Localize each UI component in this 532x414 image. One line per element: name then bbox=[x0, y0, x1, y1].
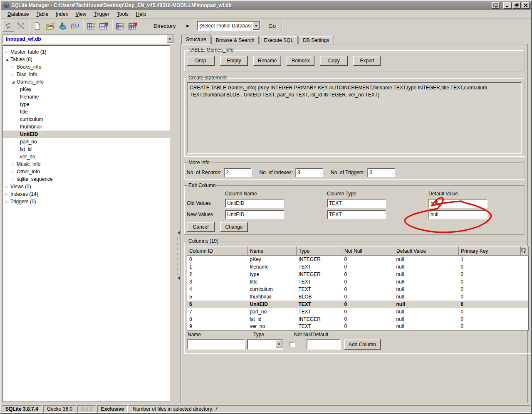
tree-item-master-table-1[interactable]: ▷Master Table (1) bbox=[3, 48, 170, 56]
tree-item-title[interactable]: title bbox=[3, 108, 170, 116]
tab-structure[interactable]: Structure bbox=[181, 34, 211, 44]
export-button[interactable]: Export bbox=[353, 56, 381, 66]
columns-table-row-ver_no[interactable]: 9ver_noTEXT0null0 bbox=[187, 323, 529, 330]
screen-button[interactable] bbox=[492, 2, 500, 9]
tree-item-thumbnail[interactable]: thumbnail bbox=[3, 123, 170, 131]
indexes-field[interactable]: 3 bbox=[295, 168, 323, 177]
column-picker-button[interactable] bbox=[521, 247, 529, 256]
old-column-name-field[interactable]: UnitEID bbox=[225, 199, 284, 208]
menu-index[interactable]: Index bbox=[52, 10, 71, 18]
menu-view[interactable]: View bbox=[72, 10, 89, 18]
create-table-button[interactable] bbox=[86, 20, 97, 32]
column-header-not-null[interactable]: Not Null bbox=[342, 247, 394, 256]
copy-button[interactable]: Copy bbox=[320, 56, 348, 66]
dropdown-arrow-icon[interactable]: ▼ bbox=[252, 22, 260, 30]
drop-view-button[interactable] bbox=[127, 20, 139, 32]
collapsed-twisty-icon[interactable]: ▷ bbox=[5, 185, 10, 189]
collapsed-twisty-icon[interactable]: ▷ bbox=[5, 192, 10, 196]
columns-table-row-type[interactable]: 2typeINTEGER0null0 bbox=[187, 271, 529, 278]
collapsed-twisty-icon[interactable]: ▷ bbox=[5, 50, 10, 54]
column-header-type[interactable]: Type bbox=[297, 247, 342, 256]
menu-help[interactable]: Help bbox=[133, 10, 150, 18]
add-type-select[interactable]: ▼ bbox=[247, 339, 283, 350]
new-database-button[interactable] bbox=[32, 20, 43, 32]
columns-table-row-title[interactable]: 3titleTEXT0null0 bbox=[187, 278, 529, 286]
menu-tools[interactable]: Tools bbox=[114, 10, 132, 18]
tree-item-filename[interactable]: filename bbox=[3, 93, 170, 101]
panel-splitter[interactable] bbox=[175, 33, 181, 404]
column-header-name[interactable]: Name bbox=[248, 247, 297, 256]
rename-button[interactable]: Rename bbox=[253, 56, 281, 66]
expanded-twisty-icon[interactable]: ◢ bbox=[5, 57, 10, 62]
dropdown-arrow-icon[interactable]: ▼ bbox=[166, 35, 173, 43]
old-column-type-field[interactable]: TEXT bbox=[327, 199, 386, 208]
column-header-default-value[interactable]: Default Value bbox=[394, 247, 459, 256]
add-notnull-checkbox[interactable] bbox=[290, 342, 295, 347]
expanded-twisty-icon[interactable]: ◢ bbox=[12, 80, 17, 84]
tree-item-books-info[interactable]: ▷Books_info bbox=[3, 63, 170, 71]
collapsed-twisty-icon[interactable]: ▷ bbox=[12, 163, 17, 166]
tree-item-indexes-14[interactable]: ▷Indexes (14) bbox=[3, 190, 170, 198]
columns-table-row-filename[interactable]: 1filenameTEXT0null0 bbox=[187, 263, 529, 271]
dropdown-arrow-icon[interactable]: ▼ bbox=[275, 340, 282, 348]
records-field[interactable]: 2 bbox=[224, 168, 252, 177]
empty-button[interactable]: Empty bbox=[220, 56, 248, 66]
restore-button[interactable] bbox=[512, 2, 521, 9]
columns-table-row-pKey[interactable]: 0pKeyINTEGER0null1 bbox=[187, 256, 529, 263]
collapsed-twisty-icon[interactable]: ▷ bbox=[12, 177, 17, 181]
columns-table-row-part_no[interactable]: 7part_noTEXT0null0 bbox=[187, 308, 529, 315]
drop-table-button[interactable] bbox=[98, 20, 110, 32]
tree-item-ver-no[interactable]: ver_no bbox=[3, 153, 170, 160]
database-select[interactable]: Innopad_wf.db ▼ bbox=[2, 34, 174, 44]
tree-item-tables-6[interactable]: ◢Tables (6) bbox=[3, 56, 170, 63]
tree-item-other-info[interactable]: ▷Other_info bbox=[3, 168, 170, 175]
new-column-name-field[interactable]: UnitEID bbox=[225, 210, 284, 219]
collapsed-twisty-icon[interactable]: ▷ bbox=[12, 170, 17, 174]
settings-button[interactable] bbox=[15, 20, 27, 32]
collapsed-twisty-icon[interactable]: ▷ bbox=[12, 65, 17, 69]
tree-item-pkey[interactable]: pKey bbox=[3, 86, 170, 93]
column-header-primary-key[interactable]: Primary Key bbox=[459, 247, 521, 256]
tree-item-disc-info[interactable]: ▷Disc_info bbox=[3, 71, 170, 78]
tree-item-curriculum[interactable]: curriculum bbox=[3, 116, 170, 123]
triggers-field[interactable]: 0 bbox=[367, 168, 395, 177]
menu-trigger[interactable]: Trigger bbox=[90, 10, 113, 18]
create-statement-text[interactable]: CREATE TABLE Games_info( pKey INTEGER PR… bbox=[187, 82, 522, 154]
import-button[interactable] bbox=[57, 20, 68, 32]
tree-item-music-info[interactable]: ▷Music_info bbox=[3, 160, 170, 168]
columns-table-row-thumbnail[interactable]: 5thumbnailBLOB0null0 bbox=[187, 293, 529, 301]
column-header-column-id[interactable]: Column ID bbox=[187, 247, 248, 256]
tab-db-settings[interactable]: DB Settings bbox=[298, 36, 334, 44]
reindex-button[interactable]: Reindex bbox=[287, 56, 314, 66]
close-button[interactable] bbox=[522, 2, 530, 9]
open-database-button[interactable] bbox=[44, 20, 56, 32]
columns-table-row-UnitEID[interactable]: 6UnitEIDTEXT0null0 bbox=[187, 301, 529, 308]
add-default-input[interactable] bbox=[307, 339, 341, 350]
change-button[interactable]: Change bbox=[220, 222, 248, 232]
columns-table-row-curriculum[interactable]: 4curriculumTEXT0null0 bbox=[187, 286, 529, 293]
directory-menu-button[interactable]: Directory ▶ bbox=[150, 21, 193, 31]
tree-item-games-info[interactable]: ◢Games_info bbox=[3, 78, 170, 86]
minimize-button[interactable] bbox=[503, 2, 512, 9]
menu-database[interactable]: Database bbox=[4, 10, 32, 18]
collapsed-twisty-icon[interactable]: ▷ bbox=[12, 73, 17, 76]
function-button[interactable]: f(x) bbox=[69, 20, 81, 32]
menu-table[interactable]: Table bbox=[33, 10, 52, 18]
title-bar[interactable]: SQLite Manager - C:\Users\TechHouse\Desk… bbox=[1, 1, 531, 10]
cancel-button[interactable]: Cancel bbox=[187, 222, 215, 232]
tree-item-views-0[interactable]: ▷Views (0) bbox=[3, 183, 170, 190]
profile-database-select[interactable]: (Select Profile Database) ▼ bbox=[197, 21, 260, 31]
tree-item-type[interactable]: type bbox=[3, 101, 170, 108]
drop-button[interactable]: Drop bbox=[187, 56, 215, 66]
new-default-value-field[interactable]: null bbox=[428, 210, 487, 219]
tab-execute-sql[interactable]: Execute SQL bbox=[259, 36, 298, 44]
tree-item-sqlite-sequence[interactable]: ▷sqlite_sequence bbox=[3, 175, 170, 183]
tab-browse-search[interactable]: Browse & Search bbox=[211, 36, 259, 44]
new-column-type-field[interactable]: TEXT bbox=[327, 210, 386, 219]
add-name-input[interactable] bbox=[187, 339, 245, 350]
tree-item-part-no[interactable]: part_no bbox=[3, 138, 170, 145]
tree-item-lst-id[interactable]: lst_id bbox=[3, 145, 170, 153]
create-view-button[interactable] bbox=[115, 20, 126, 32]
old-default-value-field[interactable]: null bbox=[428, 199, 487, 208]
columns-table-row-lst_id[interactable]: 8lst_idINTEGER0null0 bbox=[187, 315, 529, 323]
